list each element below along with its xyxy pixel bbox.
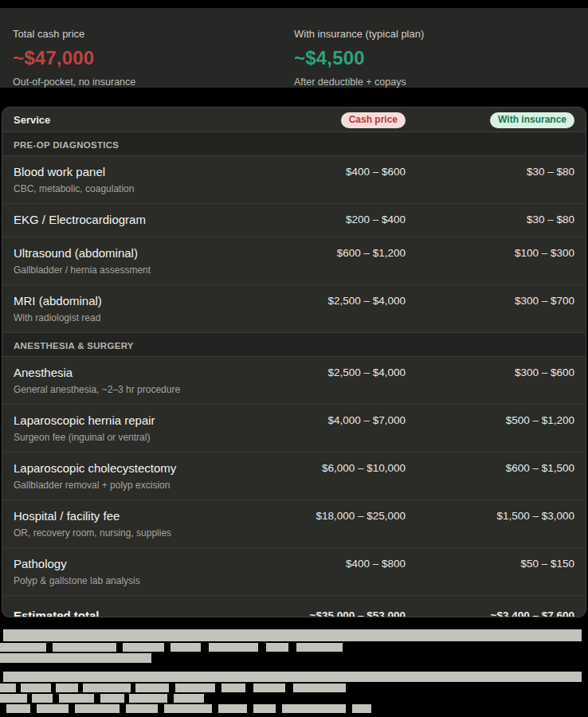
cash-price-value: $4,000 – $7,000 bbox=[272, 413, 406, 429]
cash-price-value: $600 – $1,200 bbox=[272, 245, 406, 261]
obscured-text-fragment bbox=[56, 684, 78, 692]
service-cell: Laparoscopic hernia repairSurgeon fee (i… bbox=[14, 413, 272, 443]
insurance-price-value: $1,500 – $3,000 bbox=[406, 508, 574, 524]
obscured-text-fragment bbox=[21, 684, 51, 692]
insurance-price-value: ~$3,400 – $7,600 bbox=[406, 608, 574, 617]
cash-summary-label: Total cash price bbox=[13, 28, 294, 40]
insurance-price-value: $30 – $80 bbox=[406, 212, 574, 228]
cash-column-header: Cash price bbox=[272, 112, 406, 128]
insurance-summary-value: ~$4,500 bbox=[294, 47, 575, 69]
obscured-text-fragment bbox=[83, 684, 131, 692]
cash-price-value: $18,000 – $25,000 bbox=[272, 508, 406, 524]
service-detail: Surgeon fee (inguinal or ventral) bbox=[14, 432, 272, 443]
service-detail: With radiologist read bbox=[14, 312, 272, 323]
obscured-text-fragment bbox=[32, 694, 53, 703]
insurance-price-value: $30 – $80 bbox=[406, 164, 574, 180]
obscured-text-fragment bbox=[221, 684, 245, 692]
insurance-price-value: $50 – $150 bbox=[406, 556, 574, 572]
obscured-text-fragment bbox=[53, 643, 116, 652]
obscured-text-fragment bbox=[0, 684, 16, 692]
table-row: Laparoscopic cholecystectomyGallbladder … bbox=[2, 453, 586, 500]
cash-summary-value: ~$47,000 bbox=[13, 47, 294, 69]
cost-table-card: Service Cash price With insurance PRE-OP… bbox=[2, 107, 586, 617]
cash-price-value: $200 – $400 bbox=[272, 212, 406, 228]
obscured-text-fragment bbox=[296, 643, 343, 652]
obscured-text-fragment bbox=[129, 694, 167, 703]
obscured-text-fragment bbox=[171, 643, 201, 652]
service-name: Estimated total bbox=[14, 608, 272, 617]
service-detail: Gallbladder removal + polyp excision bbox=[14, 480, 272, 491]
insurance-summary-label: With insurance (typical plan) bbox=[294, 28, 575, 40]
obscured-text-fragment bbox=[0, 643, 46, 652]
estimated-total-row: Estimated total~$35,000 – $53,000~$3,400… bbox=[2, 596, 586, 617]
obscured-text-fragment bbox=[352, 704, 371, 713]
with-insurance-badge: With insurance bbox=[490, 112, 574, 128]
obscured-text-fragment bbox=[266, 643, 288, 652]
insurance-price-value: $600 – $1,500 bbox=[406, 460, 574, 476]
obscured-text-fragment bbox=[3, 629, 582, 641]
obscured-text-fragment bbox=[253, 684, 285, 692]
service-cell: Estimated total bbox=[14, 608, 272, 617]
obscured-text-fragment bbox=[126, 704, 158, 713]
table-row: EKG / Electrocardiogram$200 – $400$30 – … bbox=[2, 204, 586, 237]
insurance-summary-note: After deductible + copays bbox=[294, 76, 575, 88]
table-body: PRE-OP DIAGNOSTICSBlood work panelCBC, m… bbox=[2, 132, 586, 617]
cost-summary-card: Total cash price ~$47,000 Out-of-pocket,… bbox=[0, 8, 588, 88]
obscured-text-fragment bbox=[253, 704, 276, 713]
table-row: MRI (abdominal)With radiologist read$2,5… bbox=[2, 285, 586, 333]
insurance-price-value: $300 – $600 bbox=[406, 365, 574, 381]
service-cell: Hospital / facility feeOR, recovery room… bbox=[14, 508, 272, 539]
table-row: PathologyPolyp & gallstone lab analysis$… bbox=[2, 548, 586, 596]
obscured-text-fragment bbox=[6, 704, 30, 713]
service-name: EKG / Electrocardiogram bbox=[14, 212, 272, 228]
insurance-price-value: $300 – $700 bbox=[406, 293, 574, 309]
obscured-text-fragment bbox=[164, 704, 212, 713]
section-label: PRE-OP DIAGNOSTICS bbox=[14, 140, 119, 150]
service-detail: General anesthesia, ~2–3 hr procedure bbox=[14, 384, 272, 395]
table-row: Blood work panelCBC, metabolic, coagulat… bbox=[2, 156, 586, 204]
obscured-text-fragment bbox=[37, 704, 69, 713]
insurance-price-value: $100 – $300 bbox=[406, 245, 574, 261]
cash-price-value: $6,000 – $10,000 bbox=[272, 460, 406, 476]
insurance-column-header: With insurance bbox=[406, 112, 574, 128]
service-name: Blood work panel bbox=[14, 164, 272, 180]
service-cell: Blood work panelCBC, metabolic, coagulat… bbox=[14, 164, 272, 194]
service-name: Ultrasound (abdominal) bbox=[14, 245, 272, 261]
table-row: Hospital / facility feeOR, recovery room… bbox=[2, 500, 586, 548]
insurance-price-value: $500 – $1,200 bbox=[406, 413, 574, 429]
table-row: Laparoscopic hernia repairSurgeon fee (i… bbox=[2, 405, 586, 453]
obscured-text-fragment bbox=[75, 704, 120, 713]
service-name: Hospital / facility fee bbox=[14, 508, 272, 524]
obscured-text-fragment bbox=[59, 694, 94, 703]
service-detail: Polyp & gallstone lab analysis bbox=[14, 575, 272, 586]
cash-price-value: $400 – $600 bbox=[272, 164, 406, 180]
cash-summary: Total cash price ~$47,000 Out-of-pocket,… bbox=[13, 28, 294, 88]
cash-price-value: ~$35,000 – $53,000 bbox=[272, 608, 406, 617]
obscured-text-fragment bbox=[0, 694, 27, 703]
table-row: AnesthesiaGeneral anesthesia, ~2–3 hr pr… bbox=[2, 357, 586, 405]
service-cell: AnesthesiaGeneral anesthesia, ~2–3 hr pr… bbox=[14, 365, 272, 395]
cash-price-value: $400 – $800 bbox=[272, 556, 406, 572]
table-header-row: Service Cash price With insurance bbox=[2, 108, 586, 132]
section-header-row: ANESTHESIA & SURGERY bbox=[2, 333, 586, 357]
obscured-text-fragment bbox=[3, 672, 582, 682]
section-header-row: PRE-OP DIAGNOSTICS bbox=[2, 132, 586, 156]
obscured-text-fragment bbox=[218, 704, 247, 713]
service-cell: Ultrasound (abdominal)Gallbladder / hern… bbox=[14, 245, 272, 276]
service-cell: EKG / Electrocardiogram bbox=[14, 212, 272, 228]
cash-price-badge: Cash price bbox=[341, 112, 406, 128]
obscured-text-fragment bbox=[293, 684, 346, 692]
page: Total cash price ~$47,000 Out-of-pocket,… bbox=[0, 0, 588, 717]
service-detail: Gallbladder / hernia assessment bbox=[14, 264, 272, 276]
cash-summary-note: Out-of-pocket, no insurance bbox=[13, 76, 294, 88]
obscured-text-fragment bbox=[0, 653, 151, 663]
obscured-text-fragment bbox=[282, 704, 346, 713]
service-detail: CBC, metabolic, coagulation bbox=[14, 183, 272, 194]
table-row: Ultrasound (abdominal)Gallbladder / hern… bbox=[2, 237, 586, 285]
service-detail: OR, recovery room, nursing, supplies bbox=[14, 527, 272, 539]
service-name: Laparoscopic cholecystectomy bbox=[14, 460, 272, 476]
obscured-text-fragment bbox=[100, 694, 124, 703]
service-cell: Laparoscopic cholecystectomyGallbladder … bbox=[14, 460, 272, 491]
obscured-text-fragment bbox=[135, 684, 169, 692]
service-name: Laparoscopic hernia repair bbox=[14, 413, 272, 429]
